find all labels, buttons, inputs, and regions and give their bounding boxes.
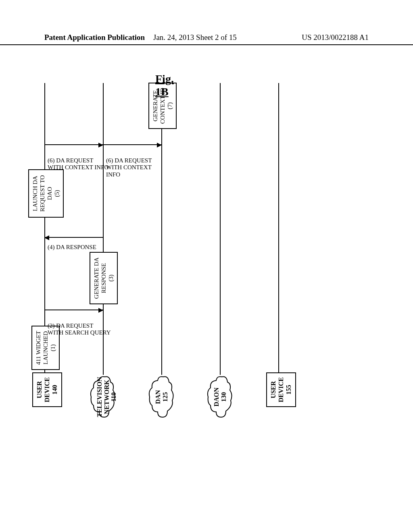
p3-l2: 125 xyxy=(162,392,169,402)
p3-l1: DAN xyxy=(154,390,161,404)
msg-4: (4) DA RESPONSE xyxy=(48,244,96,251)
a3-l3: (3) xyxy=(108,274,114,282)
header-right: US 2013/0022188 A1 xyxy=(302,33,369,42)
m6a-l2: WITH CONTEXT INFO xyxy=(48,164,108,170)
arrow-6b-head xyxy=(157,143,162,148)
arrow-2-head xyxy=(98,308,103,313)
m6b-l1: (6) DA REQUEST xyxy=(106,157,152,164)
sequence-diagram: USER DEVICE 140 TELEVISION NETWORK 110 xyxy=(44,73,375,395)
m6b-l2: WITH CONTEXT xyxy=(106,164,152,170)
arrow-6a-head xyxy=(98,143,103,148)
a1-l3: (1) xyxy=(50,344,56,351)
arrow-6a-line xyxy=(44,144,103,145)
p5-l1: USER xyxy=(270,381,277,399)
arrow-6b-line xyxy=(103,144,161,145)
m6a-l1: (6) DA REQUEST xyxy=(48,157,93,164)
m6b-l3: INFO xyxy=(106,171,120,178)
msg-2: (2) DA REQUEST WITH SEARCH QUERY xyxy=(48,322,111,337)
p5-l3: 155 xyxy=(285,385,292,395)
lifeline-user-device-155 xyxy=(278,83,279,373)
msg-6b: (6) DA REQUEST WITH CONTEXT INFO xyxy=(106,157,152,178)
p1-l3: 140 xyxy=(51,385,58,395)
lifeline-daon xyxy=(220,83,221,375)
p5-l2: DEVICE xyxy=(277,377,284,402)
participant-daon: DAON 130 xyxy=(206,375,234,419)
p2-l1: TELEVISION xyxy=(96,377,103,417)
a5-l4: (5) xyxy=(54,190,60,197)
header-center: Jan. 24, 2013 Sheet 2 of 15 xyxy=(153,33,237,42)
msg-6a: (6) DA REQUEST WITH CONTEXT INFO xyxy=(48,157,108,171)
p1-l2: DEVICE xyxy=(44,377,50,402)
p4-l2: 130 xyxy=(220,392,227,402)
a5-l2: REQUEST TO xyxy=(39,175,46,212)
a5-l3: DAO xyxy=(46,187,53,200)
figure-label: Fig. 1B xyxy=(155,73,174,98)
participant-dan: DAN 125 xyxy=(147,375,175,419)
activity-generate-da-response: GENERATE DA RESPONSE (3) xyxy=(90,252,118,304)
p2-l2: NETWORK 110 xyxy=(103,380,117,414)
m4-l1: (4) DA RESPONSE xyxy=(48,244,96,250)
m2-l2: WITH SEARCH QUERY xyxy=(48,329,111,336)
arrow-4-head xyxy=(44,235,49,240)
header-left: Patent Application Publication xyxy=(44,33,145,42)
participant-user-device-155: USER DEVICE 155 xyxy=(266,372,296,407)
p1-l1: USER xyxy=(36,381,43,399)
p4-l1: DAON xyxy=(213,387,220,406)
a7-l3: (7) xyxy=(167,102,173,110)
page-header: Patent Application Publication Jan. 24, … xyxy=(0,33,413,45)
participant-user-device-140: USER DEVICE 140 xyxy=(32,372,62,407)
a3-l2: RESPONSE xyxy=(100,263,107,293)
a3-l1: GENERATE DA xyxy=(93,258,100,299)
m2-l1: (2) DA REQUEST xyxy=(48,322,93,329)
activity-launch-da-request: LAUNCH DA REQUEST TO DAO (5) xyxy=(28,169,64,218)
a5-l1: LAUNCH DA xyxy=(32,176,38,211)
arrow-2-line xyxy=(44,310,103,310)
a1-l1: 411 WIDGET xyxy=(35,331,42,365)
participant-television-network: TELEVISION NETWORK 110 xyxy=(89,375,117,419)
arrow-4-line xyxy=(44,237,103,238)
